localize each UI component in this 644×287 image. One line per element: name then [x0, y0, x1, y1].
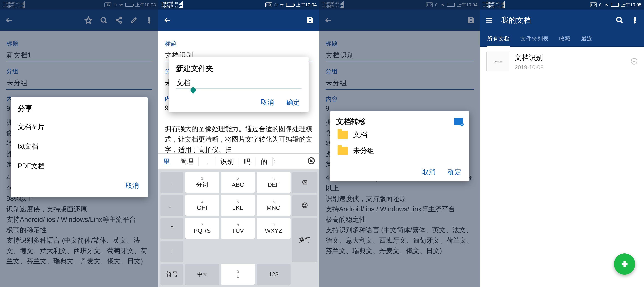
- add-button[interactable]: [614, 254, 635, 275]
- title-value[interactable]: 文档识别: [326, 48, 474, 62]
- clock-text: 上午10:03: [135, 2, 156, 8]
- group-value[interactable]: 未分组: [326, 76, 474, 90]
- tab-all-docs[interactable]: 所有文档: [487, 30, 510, 47]
- battery-icon: [447, 3, 455, 7]
- cancel-button[interactable]: 取消: [259, 96, 276, 109]
- save-icon[interactable]: [305, 15, 315, 25]
- key-num[interactable]: 123: [256, 264, 290, 285]
- edit-icon[interactable]: [129, 15, 139, 25]
- search-icon[interactable]: [615, 15, 624, 25]
- key-symbol[interactable]: 符号: [160, 264, 184, 285]
- menu-icon[interactable]: [484, 15, 494, 25]
- alarm-icon: [113, 2, 117, 8]
- tab-favorites[interactable]: 收藏: [559, 30, 570, 47]
- key-3[interactable]: 3DEF: [256, 172, 290, 193]
- key-space[interactable]: 0: [221, 264, 255, 285]
- hd-badge: HD: [590, 2, 597, 7]
- key-1[interactable]: 1分词: [185, 172, 219, 193]
- group-value[interactable]: 未分组: [6, 76, 152, 90]
- title-value[interactable]: 新文档1: [6, 48, 152, 62]
- key-4[interactable]: 4GHI: [185, 195, 219, 216]
- svg-point-11: [617, 17, 622, 22]
- svg-point-5: [148, 20, 150, 21]
- key-exclaim[interactable]: ！: [160, 241, 184, 262]
- suggestion-4[interactable]: 吗: [239, 157, 256, 166]
- confirm-button[interactable]: 确定: [446, 166, 463, 178]
- app-bar: 我的文档: [480, 10, 644, 31]
- eye-icon: [605, 2, 609, 8]
- suggestion-3[interactable]: 识别: [216, 157, 239, 166]
- title-label: 标题: [6, 40, 152, 48]
- svg-point-12: [634, 17, 635, 18]
- dialog-title: 新建文件夹: [176, 64, 302, 74]
- share-option-pdf[interactable]: PDF文档: [10, 156, 148, 176]
- cancel-button[interactable]: 取消: [420, 166, 437, 178]
- app-bar: [158, 10, 319, 31]
- key-backspace-icon[interactable]: [292, 172, 317, 193]
- more-icon[interactable]: [144, 15, 154, 25]
- new-folder-icon[interactable]: [454, 118, 463, 125]
- key-enter[interactable]: 换行: [292, 218, 317, 262]
- suggestion-0[interactable]: 里: [158, 157, 175, 166]
- svg-point-14: [634, 22, 635, 23]
- ocr-icon[interactable]: [98, 15, 108, 25]
- tab-folders[interactable]: 文件夹列表: [520, 30, 548, 47]
- back-icon[interactable]: [4, 15, 14, 25]
- body-suffix: 400DPI扫描文档(AI办公纯文档） 识别率高达98%以上 识别速度侠，支持版…: [319, 173, 480, 256]
- group-label: 分组: [6, 67, 152, 76]
- confirm-button[interactable]: 确定: [284, 96, 302, 109]
- status-bar: 中国移动 4G 中国移动 2G HD 上午10:03: [0, 0, 158, 10]
- suggestion-2[interactable]: ，: [199, 157, 216, 166]
- tab-bar: 所有文档 文件夹列表 收藏 最近: [480, 31, 644, 47]
- battery-icon: [125, 3, 133, 7]
- share-option-image[interactable]: 文档图片: [10, 117, 148, 136]
- move-title: 文档转移: [336, 117, 366, 126]
- folder-icon: [338, 130, 348, 139]
- svg-point-0: [101, 18, 106, 22]
- suggestion-5[interactable]: 的: [256, 157, 272, 166]
- more-icon[interactable]: [630, 15, 640, 25]
- back-icon[interactable]: [324, 15, 333, 25]
- key-5[interactable]: 5JKL: [221, 195, 255, 216]
- folder-option-0[interactable]: 文档: [336, 126, 463, 142]
- folder-name-input[interactable]: [176, 78, 302, 89]
- doc-date: 2019-10-08: [515, 64, 544, 71]
- key-emoji-icon[interactable]: [292, 195, 317, 216]
- new-folder-dialog: 新建文件夹 取消 确定: [169, 56, 308, 112]
- status-bar: 中国移动 4G 中国移动 2G HD 上午10:04: [158, 0, 319, 10]
- key-7[interactable]: 7PQRS: [185, 218, 219, 239]
- eye-icon: [119, 2, 123, 8]
- key-8[interactable]: 8TUV: [221, 218, 255, 239]
- key-period[interactable]: 。: [160, 195, 184, 216]
- suggestion-close-icon[interactable]: [303, 157, 319, 166]
- key-question[interactable]: ？: [160, 218, 184, 239]
- suggestion-1[interactable]: 管理: [175, 157, 199, 166]
- share-cancel-button[interactable]: 取消: [124, 180, 141, 192]
- hd-badge: HD: [104, 2, 111, 7]
- screen-doc-list: 中国移动 4G 中国移动 2G HD 上午10:05 我的文档 所有文档 文件夹…: [480, 0, 644, 287]
- suggestion-more[interactable]: 〉: [272, 157, 274, 166]
- status-bar: 中国移动 4G 中国移动 2G HD 上午10:04: [319, 0, 480, 10]
- key-6[interactable]: 6MNO: [256, 195, 290, 216]
- svg-point-9: [304, 204, 304, 205]
- list-item[interactable]: 可代表识别 文档识别 2019-10-08: [480, 47, 644, 77]
- folder-icon: [338, 147, 348, 155]
- star-icon[interactable]: [84, 15, 93, 25]
- folder-option-1[interactable]: 未分组: [336, 142, 463, 159]
- key-comma[interactable]: ，: [160, 172, 184, 193]
- document-form: 标题 新文档1 分组 未分组 内: [0, 31, 158, 103]
- svg-point-6: [148, 22, 150, 23]
- svg-point-15: [631, 58, 637, 64]
- document-form: 标题 文档识别 分组 未分组 内容: [319, 31, 480, 103]
- chevron-down-icon[interactable]: [630, 58, 638, 66]
- tab-recent[interactable]: 最近: [581, 30, 592, 47]
- key-2[interactable]: 2ABC: [221, 172, 255, 193]
- screen-move-doc: 中国移动 4G 中国移动 2G HD 上午10:04 标题 文档识别 分组 未分…: [319, 0, 480, 287]
- save-icon[interactable]: [466, 15, 476, 25]
- screen-new-folder: 中国移动 4G 中国移动 2G HD 上午10:04 标题 文档识别 分 未 内…: [158, 0, 319, 287]
- share-option-txt[interactable]: txt文档: [10, 136, 148, 156]
- key-9[interactable]: 9WXYZ: [256, 218, 290, 239]
- back-icon[interactable]: [162, 15, 172, 25]
- share-icon[interactable]: [114, 15, 124, 25]
- key-lang[interactable]: 中/英: [185, 264, 219, 285]
